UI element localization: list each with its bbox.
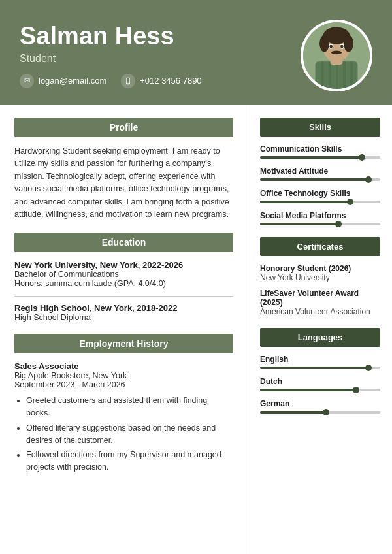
skill-label-3: Office Technology Skills [260,189,380,198]
languages-header: Languages [260,328,380,347]
right-column: Skills Communication Skills Motivated At… [248,105,392,554]
employment-section: Employment History Sales Associate Big A… [14,334,233,474]
svg-rect-5 [321,61,324,89]
lang-fill-3 [260,411,326,414]
lang-label-3: German [260,399,380,408]
lang-bar-3 [260,411,380,414]
edu-entry-1: New York University, New York, 2022-2026… [14,260,233,288]
profile-section: Profile Hardworking Student seeking empl… [14,118,233,221]
skill-1: Communication Skills [260,144,380,159]
svg-point-18 [329,45,333,48]
svg-rect-1 [127,78,130,83]
lang-1: English [260,355,380,369]
svg-rect-9 [350,61,353,89]
emp-bullet-3: Followed directions from my Supervisor a… [26,449,233,474]
lang-dot-1 [365,365,372,371]
lang-bar-2 [260,389,380,391]
skill-dot-1 [359,154,365,161]
candidate-name: Salman Hess [20,23,301,50]
edu-school-2: Regis High School, New York, 2018-2022 [14,303,233,313]
skill-3: Office Technology Skills [260,189,380,203]
emp-title-1: Sales Associate [14,361,233,371]
skill-2: Motivated Attitude [260,167,380,181]
profile-text: Hardworking Student seeking employment. … [14,145,233,221]
skill-label-1: Communication Skills [260,144,380,154]
skill-bar-3 [260,201,380,203]
education-header: Education [14,233,233,252]
lang-label-1: English [260,355,380,364]
education-section: Education New York University, New York,… [14,233,233,322]
candidate-photo [301,20,372,91]
svg-point-19 [340,45,344,48]
edu-entry-2: Regis High School, New York, 2018-2022 H… [14,303,233,322]
skill-label-2: Motivated Attitude [260,167,380,176]
header-info: Salman Hess Student ✉ logan@email.com +0… [20,23,301,88]
email-contact: ✉ logan@email.com [20,74,106,88]
svg-rect-7 [336,61,338,89]
lang-bar-1 [260,367,380,369]
skill-bar-1 [260,156,380,159]
skill-dot-4 [335,221,342,227]
certificates-section: Certificates Honorary Student (2026) New… [260,237,380,316]
employment-header: Employment History [14,334,233,353]
emp-dates-1: September 2023 - March 2026 [14,380,233,389]
email-icon: ✉ [20,74,34,88]
skill-dot-3 [347,199,353,205]
phone-icon [121,74,135,88]
svg-point-14 [344,35,353,52]
emp-company-1: Big Apple Bookstore, New York [14,371,233,380]
skill-fill-4 [260,223,338,225]
certificates-header: Certificates [260,237,380,256]
cert-1: Honorary Student (2026) New York Univers… [260,264,380,282]
lang-fill-2 [260,389,356,391]
phone-contact: +012 3456 7890 [121,74,201,88]
skill-fill-1 [260,156,362,159]
skill-fill-3 [260,201,350,203]
edu-degree-2: High School Diploma [14,313,233,322]
emp-bullets-1: Greeted customers and assisted them with… [14,395,233,474]
cert-title-1: Honorary Student (2026) [260,264,380,273]
skill-bar-2 [260,178,380,181]
lang-dot-2 [353,387,359,393]
skill-label-4: Social Media Platforms [260,211,380,220]
svg-point-13 [319,35,329,52]
svg-rect-8 [343,61,346,89]
header: Salman Hess Student ✉ logan@email.com +0… [0,0,392,105]
edu-degree-1: Bachelor of Communications [14,270,233,279]
edu-honors-1: Honors: summa cum laude (GPA: 4.0/4.0) [14,279,233,288]
cert-2: LifeSaver Volunteer Award (2025) America… [260,289,380,316]
cert-title-2: LifeSaver Volunteer Award (2025) [260,289,380,307]
languages-section: Languages English Dutch German [260,328,380,414]
skills-header: Skills [260,118,380,137]
emp-bullet-1: Greeted customers and assisted them with… [26,395,233,419]
cert-org-2: American Volunteer Association [260,307,380,316]
email-text: logan@email.com [39,76,106,86]
skills-section: Skills Communication Skills Motivated At… [260,118,380,225]
skill-dot-2 [365,176,372,183]
edu-school-1: New York University, New York, 2022-2026 [14,260,233,270]
emp-bullet-2: Offered literary suggestions based on th… [26,422,233,447]
svg-point-2 [128,83,129,84]
lang-fill-1 [260,367,368,369]
lang-label-2: Dutch [260,377,380,386]
skill-fill-2 [260,178,368,181]
candidate-title: Student [20,53,301,65]
skill-bar-4 [260,223,380,225]
skill-4: Social Media Platforms [260,211,380,225]
left-column: Profile Hardworking Student seeking empl… [0,105,248,554]
edu-divider [14,296,233,297]
svg-rect-6 [329,61,331,89]
lang-2: Dutch [260,377,380,391]
lang-dot-3 [323,409,329,416]
main-content: Profile Hardworking Student seeking empl… [0,105,392,554]
svg-point-15 [331,51,342,55]
lang-3: German [260,399,380,414]
phone-text: +012 3456 7890 [140,76,201,86]
cert-org-1: New York University [260,273,380,282]
emp-entry-1: Sales Associate Big Apple Bookstore, New… [14,361,233,474]
profile-header: Profile [14,118,233,137]
header-contacts: ✉ logan@email.com +012 3456 7890 [20,74,301,88]
